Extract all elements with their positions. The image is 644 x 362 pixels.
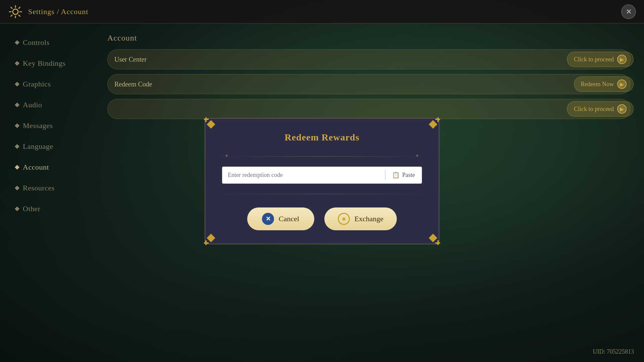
redemption-code-input[interactable] [222, 167, 385, 183]
top-deco-line [222, 156, 422, 157]
cancel-icon: ✕ [262, 213, 274, 225]
cancel-label: Cancel [279, 215, 299, 223]
dialog-title: Redeem Rewards [222, 132, 422, 143]
exchange-icon: ◉ [338, 213, 350, 225]
dialog-button-row: ✕ Cancel ◉ Exchange [222, 207, 422, 230]
bottom-deco-line [222, 194, 422, 194]
exchange-button[interactable]: ◉ Exchange [324, 207, 397, 230]
paste-label: Paste [402, 172, 415, 179]
redemption-code-input-wrapper: 📋 Paste [222, 167, 422, 184]
exchange-label: Exchange [355, 215, 384, 223]
modal-overlay: Redeem Rewards 📋 Paste ✕ Cancel ◉ Exchan… [0, 0, 644, 362]
paste-button[interactable]: 📋 Paste [385, 168, 422, 182]
paste-icon: 📋 [392, 171, 399, 179]
cancel-button[interactable]: ✕ Cancel [247, 207, 314, 230]
redeem-rewards-dialog: Redeem Rewards 📋 Paste ✕ Cancel ◉ Exchan… [205, 118, 439, 244]
